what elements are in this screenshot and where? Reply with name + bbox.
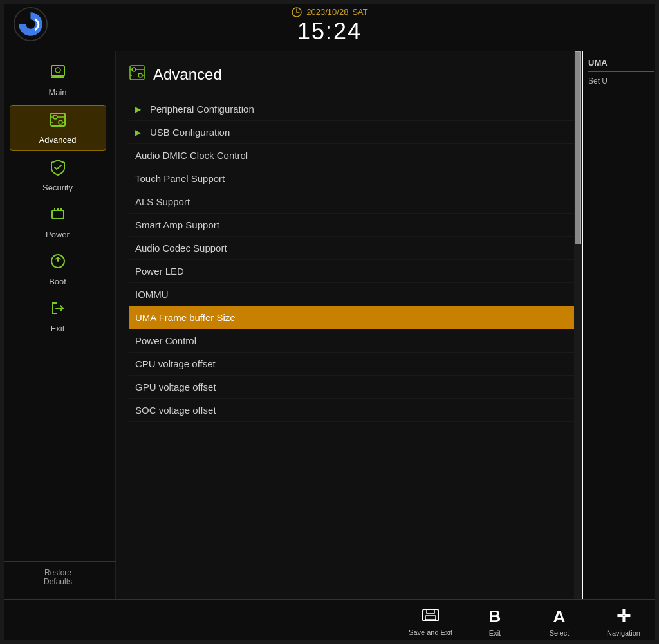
page-title-text: Advanced bbox=[153, 66, 222, 84]
svg-point-9 bbox=[53, 115, 57, 119]
label-smart-amp: Smart Amp Support bbox=[135, 219, 219, 230]
label-gpu-voltage: GPU voltage offset bbox=[135, 382, 216, 392]
sidebar-label-power: Power bbox=[46, 230, 70, 239]
date-display: 2023/10/28 bbox=[306, 7, 348, 17]
row-label-smart-amp: Smart Amp Support bbox=[135, 219, 606, 230]
label-soc-voltage: SOC voltage offset bbox=[135, 405, 216, 416]
row-label-power-control: Power Control bbox=[135, 335, 620, 346]
navigation-btn-icon: ✛ bbox=[617, 607, 631, 627]
day-display: SAT bbox=[352, 7, 367, 17]
sidebar-item-boot[interactable]: Boot bbox=[10, 247, 106, 291]
label-cpu-voltage: CPU voltage offset bbox=[135, 358, 216, 369]
label-als: ALS Support bbox=[135, 196, 190, 207]
exit-btn-icon: B bbox=[489, 607, 501, 627]
svg-point-28 bbox=[138, 73, 142, 77]
boot-icon bbox=[49, 252, 67, 274]
scrollbar-track[interactable] bbox=[574, 51, 582, 599]
footer: Save and Exit B Exit A Select ✛ Navigati… bbox=[0, 599, 659, 644]
arrow-usb: ▶ bbox=[135, 128, 141, 137]
right-panel: UMA Set U bbox=[582, 51, 659, 599]
right-panel-divider bbox=[588, 71, 654, 72]
label-uma: UMA Frame buffer Size bbox=[135, 312, 236, 323]
main-icon bbox=[49, 63, 67, 85]
sidebar-item-power[interactable]: Power bbox=[10, 200, 106, 244]
svg-rect-8 bbox=[51, 113, 65, 126]
sidebar-item-security[interactable]: Security bbox=[10, 153, 106, 198]
power-icon bbox=[49, 205, 67, 227]
svg-point-7 bbox=[55, 68, 60, 73]
row-label-audio-codec: Audio Codec Support bbox=[135, 243, 606, 253]
label-audio-dmic: Audio DMIC Clock Control bbox=[135, 150, 248, 161]
security-icon bbox=[49, 158, 67, 180]
label-peripheral: Peripheral Configuration bbox=[150, 104, 254, 115]
restore-defaults-label: RestoreDefaults bbox=[44, 568, 72, 586]
navigation-button[interactable]: ✛ Navigation bbox=[601, 607, 646, 637]
svg-point-1 bbox=[26, 19, 35, 29]
label-usb: USB Configuration bbox=[150, 127, 230, 138]
label-iommu: IOMMU bbox=[135, 289, 169, 300]
row-label-cpu-voltage: CPU voltage offset bbox=[135, 358, 617, 369]
scrollbar-thumb[interactable] bbox=[575, 51, 581, 244]
svg-rect-30 bbox=[427, 609, 434, 614]
row-label-touch: Touch Panel Support bbox=[135, 173, 606, 184]
sidebar-item-advanced[interactable]: Advanced bbox=[10, 105, 106, 151]
clock-top: 2023/10/28 SAT bbox=[291, 6, 367, 18]
sidebar-label-advanced: Advanced bbox=[39, 135, 77, 145]
sidebar-label-main: Main bbox=[48, 87, 66, 97]
row-label-als: ALS Support bbox=[135, 196, 606, 207]
sidebar-label-security: Security bbox=[42, 183, 73, 192]
svg-rect-22 bbox=[130, 66, 144, 80]
row-label-iommu: IOMMU bbox=[135, 289, 603, 300]
select-btn-label: Select bbox=[550, 629, 570, 637]
label-power-led: Power LED bbox=[135, 266, 184, 277]
clock-icon bbox=[291, 6, 302, 18]
sidebar-label-boot: Boot bbox=[49, 277, 66, 286]
right-panel-desc: Set U bbox=[588, 76, 654, 87]
row-label-usb: ▶ USB Configuration bbox=[135, 127, 646, 138]
svg-point-23 bbox=[132, 68, 136, 71]
label-power-control: Power Control bbox=[135, 335, 196, 346]
right-panel-title: UMA bbox=[588, 58, 654, 68]
svg-point-14 bbox=[59, 120, 62, 124]
advanced-icon bbox=[49, 111, 67, 133]
svg-rect-15 bbox=[52, 210, 64, 219]
row-label-audio-dmic: Audio DMIC Clock Control bbox=[135, 150, 595, 161]
restore-defaults-button[interactable]: RestoreDefaults bbox=[0, 561, 116, 593]
label-audio-codec: Audio Codec Support bbox=[135, 243, 227, 253]
exit-button[interactable]: B Exit bbox=[472, 607, 517, 637]
row-label-gpu-voltage: GPU voltage offset bbox=[135, 382, 617, 392]
page-title-icon bbox=[129, 64, 145, 85]
label-touch: Touch Panel Support bbox=[135, 173, 225, 184]
row-label-soc-voltage: SOC voltage offset bbox=[135, 405, 617, 416]
sidebar: Main Advanced Security bbox=[0, 51, 116, 599]
exit-btn-label: Exit bbox=[489, 629, 501, 637]
save-exit-label: Save and Exit bbox=[409, 629, 452, 636]
svg-rect-31 bbox=[425, 616, 436, 620]
row-label-peripheral: ▶ Peripheral Configuration bbox=[135, 104, 646, 115]
logo bbox=[13, 6, 51, 45]
header: 2023/10/28 SAT 15:24 bbox=[0, 0, 659, 51]
save-exit-button[interactable]: Save and Exit bbox=[408, 608, 453, 636]
select-button[interactable]: A Select bbox=[537, 607, 582, 637]
sidebar-item-exit[interactable]: Exit bbox=[10, 294, 106, 338]
clock-area: 2023/10/28 SAT 15:24 bbox=[291, 6, 367, 45]
sidebar-item-main[interactable]: Main bbox=[10, 58, 106, 102]
save-exit-icon bbox=[422, 608, 440, 626]
exit-icon bbox=[49, 299, 67, 321]
navigation-btn-label: Navigation bbox=[607, 629, 640, 637]
select-btn-icon: A bbox=[553, 607, 566, 627]
time-display: 15:24 bbox=[297, 18, 362, 45]
sidebar-label-exit: Exit bbox=[51, 324, 65, 333]
row-label-power-led: Power LED bbox=[135, 266, 606, 277]
arrow-peripheral: ▶ bbox=[135, 105, 141, 114]
row-label-uma: UMA Frame buffer Size bbox=[135, 312, 616, 323]
